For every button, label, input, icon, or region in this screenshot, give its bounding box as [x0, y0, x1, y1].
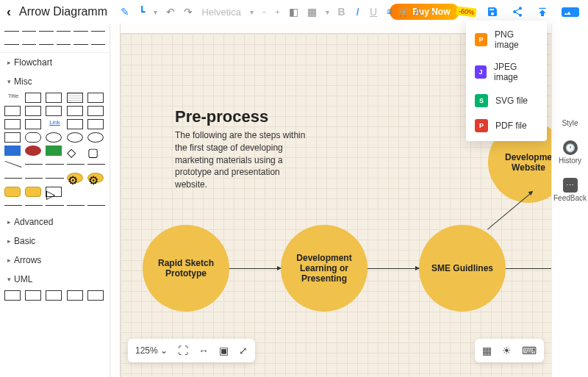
theme-icon[interactable]: ☀: [502, 345, 512, 356]
shape-item[interactable]: [67, 106, 83, 116]
shape-item[interactable]: [4, 187, 21, 197]
style-panel-button[interactable]: Style: [562, 119, 578, 127]
shape-item[interactable]: [25, 146, 41, 156]
shape-item[interactable]: [87, 187, 104, 197]
feedback-panel-button[interactable]: ⋯ FeedBack: [553, 178, 587, 202]
shape-item[interactable]: [46, 290, 62, 301]
export-icon[interactable]: [537, 6, 548, 18]
node-rapid-sketch[interactable]: Rapid Sketch Prototype: [143, 225, 229, 312]
underline-icon[interactable]: U: [370, 6, 377, 18]
shape-item[interactable]: [46, 178, 63, 179]
bold-icon[interactable]: B: [338, 6, 345, 18]
connector-arrow[interactable]: [506, 268, 557, 269]
minus-icon[interactable]: −: [262, 8, 267, 16]
shape-item[interactable]: [46, 164, 63, 165]
page-title[interactable]: Pre-process: [175, 107, 268, 126]
arrow-presets-row[interactable]: [0, 24, 110, 53]
share-icon[interactable]: [512, 6, 523, 18]
align-icon[interactable]: ≡: [386, 6, 392, 18]
section-uml[interactable]: ▾UML: [0, 270, 110, 289]
shape-item[interactable]: ⚙: [87, 173, 104, 183]
shape-item[interactable]: [87, 164, 105, 165]
shape-item[interactable]: [87, 132, 104, 143]
shape-item[interactable]: [25, 178, 43, 179]
section-advanced[interactable]: ▸Advanced: [0, 212, 110, 231]
presentation-icon[interactable]: ▦: [482, 345, 492, 356]
fit-screen-icon[interactable]: ⛶: [178, 345, 188, 356]
shape-item[interactable]: ▷: [46, 187, 62, 197]
shape-item[interactable]: [67, 132, 83, 143]
shape-item[interactable]: [67, 164, 85, 165]
export-svg[interactable]: S SVG file: [466, 88, 547, 113]
node-sme-guidelines[interactable]: SME Guidlines: [419, 225, 506, 312]
shape-item[interactable]: [4, 132, 21, 143]
node-development-learning[interactable]: Development Learning or Presenting: [281, 225, 368, 312]
page-description[interactable]: The following are the steps within the f…: [175, 129, 307, 191]
document-title[interactable]: Arrow Diagramm: [19, 5, 107, 18]
shape-item[interactable]: ◇: [67, 146, 83, 156]
shape-item[interactable]: [4, 106, 21, 116]
shape-item[interactable]: [4, 146, 21, 156]
table-icon[interactable]: ▦: [307, 6, 317, 18]
chevron-down-icon[interactable]: ▾: [250, 8, 254, 16]
shape-item[interactable]: [46, 106, 62, 116]
shape-item[interactable]: [46, 205, 63, 206]
shape-item[interactable]: [87, 93, 104, 103]
shape-item[interactable]: [87, 205, 105, 206]
shape-item[interactable]: [87, 119, 104, 129]
fullscreen-icon[interactable]: ⤢: [239, 345, 248, 356]
keyboard-icon[interactable]: ⌨: [522, 345, 537, 356]
chevron-down-icon[interactable]: ▾: [154, 8, 157, 16]
back-button[interactable]: ‹: [0, 4, 18, 20]
undo-icon[interactable]: ↶: [166, 6, 175, 18]
shape-item[interactable]: [25, 106, 41, 116]
shape-item[interactable]: [25, 205, 43, 206]
connector-arrow[interactable]: [229, 268, 281, 269]
connector-tool-icon[interactable]: ┗: [138, 6, 145, 18]
shape-title[interactable]: Title: [4, 93, 22, 103]
shape-item[interactable]: [67, 290, 83, 301]
font-selector[interactable]: Helvetica: [201, 7, 240, 18]
text-color-icon[interactable]: A: [415, 6, 421, 18]
chevron-down-icon[interactable]: ▾: [402, 8, 406, 16]
pen-tool-icon[interactable]: ✎: [121, 6, 129, 18]
shape-item[interactable]: [25, 290, 41, 301]
shape-item[interactable]: [67, 93, 83, 103]
shape-item[interactable]: [4, 290, 21, 301]
shape-item[interactable]: [67, 187, 83, 197]
chevron-down-icon[interactable]: ▾: [326, 8, 329, 16]
fill-color-icon[interactable]: ◧: [289, 6, 298, 18]
shape-item[interactable]: [67, 119, 83, 129]
shape-item[interactable]: [87, 290, 104, 301]
redo-icon[interactable]: ↷: [184, 6, 193, 18]
save-icon[interactable]: [487, 6, 498, 18]
history-panel-button[interactable]: 🕐 History: [559, 140, 581, 165]
chevron-down-icon[interactable]: ▾: [430, 8, 434, 16]
shape-item[interactable]: ⚙: [67, 173, 83, 183]
plus-icon[interactable]: +: [276, 8, 280, 16]
shape-item[interactable]: [46, 146, 62, 156]
layers-icon[interactable]: ▣: [219, 345, 229, 356]
shape-item[interactable]: [25, 93, 41, 103]
shape-item[interactable]: [46, 132, 62, 143]
section-basic[interactable]: ▸Basic: [0, 231, 110, 251]
shape-item[interactable]: [25, 119, 41, 129]
shape-item[interactable]: [4, 205, 22, 206]
export-jpeg[interactable]: J JPEG image: [466, 56, 547, 88]
section-flowchart[interactable]: ▸Flowchart: [0, 53, 110, 72]
section-arrows[interactable]: ▸Arrows: [0, 251, 110, 270]
fit-width-icon[interactable]: ↔: [198, 345, 209, 356]
beta-badge[interactable]: Beta: [562, 7, 579, 17]
shape-item[interactable]: [5, 161, 22, 168]
shape-item[interactable]: [25, 164, 43, 165]
shape-item[interactable]: [4, 178, 22, 179]
shape-item[interactable]: ▢: [87, 146, 104, 156]
shape-item[interactable]: [46, 93, 62, 103]
connector-arrow[interactable]: [368, 268, 419, 269]
shape-link[interactable]: Link: [46, 119, 63, 129]
shape-item[interactable]: [4, 119, 21, 129]
shape-item[interactable]: [87, 106, 104, 116]
shape-item[interactable]: [25, 187, 41, 197]
export-png[interactable]: P PNG image: [466, 24, 547, 56]
export-pdf[interactable]: P PDF file: [466, 113, 547, 138]
